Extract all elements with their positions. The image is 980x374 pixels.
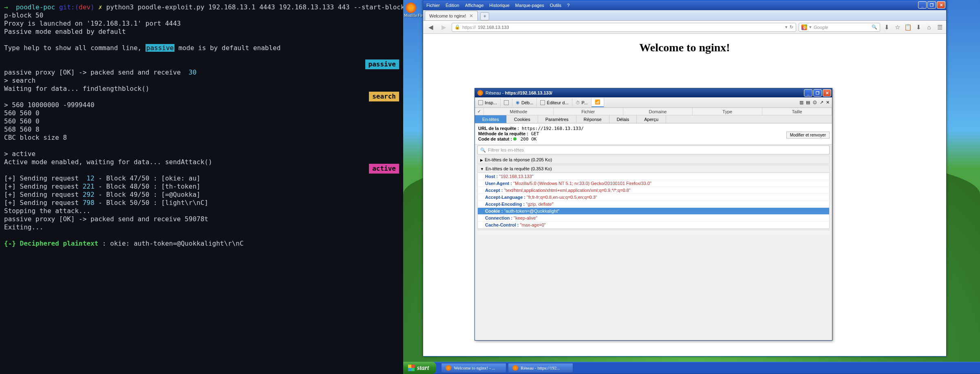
taskbar-item-firefox[interactable]: Welcome to nginx! - ... [441,363,506,373]
address-field[interactable]: 🔒 https://192.168.13.133 ▾ ↻ [452,23,796,32]
subtab-headers[interactable]: En-têtes [475,115,507,123]
hamburger-icon[interactable]: ☰ [936,24,944,31]
minimize-button[interactable]: _ [918,1,927,9]
start-button[interactable]: start [403,362,436,374]
subtab-preview[interactable]: Aperçu [637,115,666,123]
header-value: "192.168.13.133" [498,174,533,179]
clipboard-icon[interactable]: 📋 [904,24,912,31]
col-method[interactable]: Méthode [484,108,554,115]
header-row[interactable]: Cache-Control : "max-age=0" [478,222,829,229]
menu-bookmarks[interactable]: Marque-pages [515,3,544,8]
firefox-window: Fichier Édition Affichage Historique Mar… [423,0,947,356]
menu-history[interactable]: Historique [489,3,510,8]
home-icon[interactable]: ⌂ [925,24,933,31]
downloads-icon[interactable]: ⬇ [883,24,891,31]
dt-tab-inspector[interactable]: Insp... [475,99,501,107]
subtab-cookies[interactable]: Cookies [507,115,538,123]
network-columns: ✓ Méthode Fichier Domaine Type Taille [475,108,832,115]
response-headers-section[interactable]: ▶En-têtes de la réponse (0.205 Ko) [477,156,830,164]
request-headers-section[interactable]: ▼En-têtes de la requête (0.353 Ko) [477,165,830,173]
bookmark-icon[interactable]: ☆ [893,24,901,31]
subtab-params[interactable]: Paramètres [538,115,576,123]
downloads-arrow-icon[interactable]: ⬇ [914,24,923,31]
search-placeholder: Google [814,25,870,30]
col-check[interactable]: ✓ [475,108,484,115]
col-domain[interactable]: Domaine [623,108,693,115]
menu-file[interactable]: Fichier [426,3,440,8]
menu-view[interactable]: Affichage [465,3,484,8]
menu-help[interactable]: ? [567,3,569,8]
devtools-window: Réseau - https://192.168.13.133/ _ ❐ ✕ I… [475,88,832,341]
close-button[interactable]: ✕ [937,1,945,9]
reload-icon[interactable]: ↻ [790,24,793,30]
dt-tab-perf[interactable]: ⏱P... [572,99,592,107]
dt-dock-icon[interactable]: ▤ [806,100,810,105]
header-row[interactable]: Connection : "keep-alive" [478,215,829,222]
header-name: Connection : [485,216,512,220]
header-value: "Mozilla/5.0 (Windows NT 5.1; rv:33.0) G… [512,181,651,186]
menu-tools[interactable]: Outils [550,3,561,8]
dt-minimize-button[interactable]: _ [804,89,812,97]
browser-tab[interactable]: Welcome to nginx! ✕ [425,11,478,20]
windows-desktop[interactable]: Mozilla Firefo Fichier Édition Affichage… [403,0,980,374]
firefox-desktop-icon[interactable] [406,2,416,13]
search-field[interactable]: g ▾ Google 🔍 [799,23,880,32]
header-name: Cookie : [485,209,503,213]
header-row[interactable]: Host : "192.168.13.133" [478,173,829,180]
dt-tab-console[interactable] [501,99,512,107]
header-name: Accept-Encoding : [485,202,525,207]
header-name: Cache-Control : [485,222,519,227]
header-name: Host : [485,174,498,179]
dt-popout-icon[interactable]: ↗ [820,100,823,105]
header-value: "gzip, deflate" [525,202,553,207]
status-dot-icon [513,137,516,141]
devtools-tabs: Insp... ◉Déb... Éditeur d... ⏱P... 📶 ▥ ▤… [475,97,832,108]
header-row[interactable]: Cookie : "auth-token=@Quokkalight" [478,208,829,215]
dt-tab-network[interactable]: 📶 [592,98,604,107]
proxy-launch-msg: Proxy is launched on '192.168.13.1' port… [4,20,181,27]
dt-split-icon[interactable]: ▥ [799,100,803,105]
subtab-timings[interactable]: Délais [609,115,637,123]
lock-icon: 🔒 [455,24,460,30]
dt-maximize-button[interactable]: ❐ [813,89,822,97]
header-value: "text/html,application/xhtml+xml,applica… [503,188,630,193]
menu-edit[interactable]: Édition [446,3,459,8]
dt-tab-editor[interactable]: Éditeur d... [537,99,572,107]
tab-close-icon[interactable]: ✕ [469,13,473,19]
console-icon [504,100,509,105]
request-url: https://192.168.13.133/ [519,126,584,131]
col-file[interactable]: Fichier [554,108,623,115]
taskbar-item-devtools[interactable]: Réseau - https://192... [508,363,573,373]
gear-icon[interactable]: ⚙ [812,99,817,106]
dt-close-icon[interactable]: ✕ [826,100,830,105]
back-button[interactable]: ◀ [426,23,436,32]
header-row[interactable]: Accept-Language : "fr,fr-fr;q=0.8,en-us;… [478,194,829,201]
modify-resend-button[interactable]: Modifier et renvoyer [786,132,830,139]
header-row[interactable]: Accept-Encoding : "gzip, deflate" [478,201,829,208]
devtools-titlebar[interactable]: Réseau - https://192.168.13.133/ _ ❐ ✕ [475,88,832,97]
firefox-icon [477,90,483,96]
header-filter-input[interactable]: 🔍Filtrer les en-têtes [477,145,830,154]
dt-close-button[interactable]: ✕ [823,89,831,97]
tab-title: Welcome to nginx! [429,13,466,18]
input-active: > active [4,150,35,158]
new-tab-button[interactable]: + [480,12,489,20]
header-row[interactable]: User-Agent : "Mozilla/5.0 (Windows NT 5.… [478,180,829,187]
maximize-button[interactable]: ❐ [927,1,936,9]
terminal-pane[interactable]: → poodle-poc git:(dev) ✗ python3 poodle-… [0,0,403,374]
header-value: "auth-token=@Quokkalight" [503,209,559,213]
dt-tab-debugger[interactable]: ◉Déb... [512,98,537,107]
col-type[interactable]: Type [693,108,762,115]
search-icon[interactable]: 🔍 [872,24,877,30]
badge-passive: passive [365,59,399,69]
detail-subtabs: En-têtes Cookies Paramètres Réponse Déla… [475,115,832,123]
dropdown-icon[interactable]: ▾ [785,24,788,30]
tab-strip: Welcome to nginx! ✕ + [423,10,946,21]
prompt-branch: dev [79,3,90,11]
subtab-response[interactable]: Réponse [576,115,609,123]
page-heading: Welcome to nginx! [423,41,946,54]
col-size[interactable]: Taille [762,108,832,115]
forward-button[interactable]: ▶ [439,23,449,32]
firefox-icon [512,365,518,371]
header-row[interactable]: Accept : "text/html,application/xhtml+xm… [478,187,829,194]
